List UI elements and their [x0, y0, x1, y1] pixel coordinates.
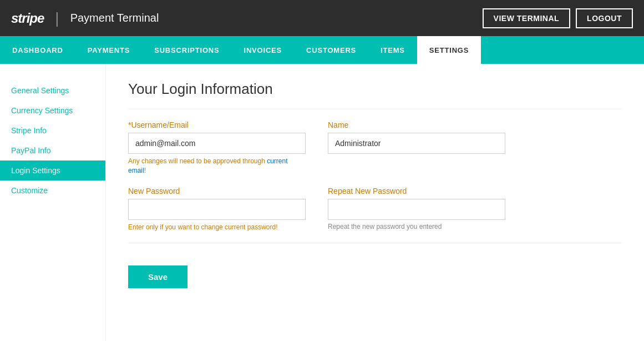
form-divider: [128, 243, 622, 243]
save-button[interactable]: Save: [128, 265, 187, 288]
content-area: Your Login Information *Username/Email A…: [105, 64, 644, 341]
repeat-password-group: Repeat New Password Repeat the new passw…: [328, 187, 505, 232]
sidebar: General Settings Currency Settings Strip…: [0, 64, 105, 341]
new-password-group: New Password Enter only if you want to c…: [128, 187, 306, 232]
nav-item-invoices[interactable]: INVOICES: [232, 36, 295, 64]
sidebar-item-currency-settings[interactable]: Currency Settings: [0, 101, 105, 121]
view-terminal-button[interactable]: VIEW TERMINAL: [483, 8, 571, 28]
sidebar-item-stripe-info[interactable]: Stripe Info: [0, 121, 105, 141]
username-label: *Username/Email: [128, 121, 306, 129]
main-nav: DASHBOARD PAYMENTS SUBSCRIPTIONS INVOICE…: [0, 36, 644, 64]
nav-item-customers[interactable]: CUSTOMERS: [294, 36, 368, 64]
nav-item-dashboard[interactable]: DASHBOARD: [0, 36, 75, 64]
sidebar-item-customize[interactable]: Customize: [0, 180, 105, 200]
nav-item-payments[interactable]: PAYMENTS: [75, 36, 142, 64]
main-layout: General Settings Currency Settings Strip…: [0, 64, 644, 341]
nav-item-subscriptions[interactable]: SUBSCRIPTIONS: [142, 36, 231, 64]
sidebar-item-login-settings[interactable]: Login Settings: [0, 161, 105, 180]
repeat-password-input[interactable]: [328, 199, 505, 220]
form-row-2: New Password Enter only if you want to c…: [128, 187, 622, 232]
new-password-label: New Password: [128, 187, 306, 195]
name-group: Name: [328, 121, 505, 175]
username-input[interactable]: [128, 133, 306, 154]
username-hint: Any changes will need to be approved thr…: [128, 157, 306, 175]
header-divider: |: [55, 9, 59, 27]
new-password-input[interactable]: [128, 199, 306, 220]
page-title: Your Login Information: [128, 81, 622, 109]
stripe-logo: stripe: [11, 11, 44, 26]
repeat-password-hint: Repeat the new password you entered: [328, 223, 505, 230]
app-title: Payment Terminal: [70, 12, 159, 24]
header-buttons: VIEW TERMINAL LOGOUT: [483, 8, 633, 28]
name-input[interactable]: [328, 133, 505, 154]
header: stripe | Payment Terminal VIEW TERMINAL …: [0, 0, 644, 36]
nav-item-items[interactable]: ITEMS: [368, 36, 417, 64]
name-label: Name: [328, 121, 505, 129]
new-password-hint: Enter only if you want to change current…: [128, 223, 306, 232]
username-group: *Username/Email Any changes will need to…: [128, 121, 306, 175]
logout-button[interactable]: LOGOUT: [576, 8, 633, 28]
sidebar-item-general-settings[interactable]: General Settings: [0, 81, 105, 101]
sidebar-item-paypal-info[interactable]: PayPal Info: [0, 141, 105, 161]
repeat-password-label: Repeat New Password: [328, 187, 505, 195]
current-email-link[interactable]: current email: [128, 157, 288, 174]
header-left: stripe | Payment Terminal: [11, 9, 159, 27]
nav-item-settings[interactable]: SETTINGS: [417, 36, 481, 64]
form-row-1: *Username/Email Any changes will need to…: [128, 121, 622, 175]
